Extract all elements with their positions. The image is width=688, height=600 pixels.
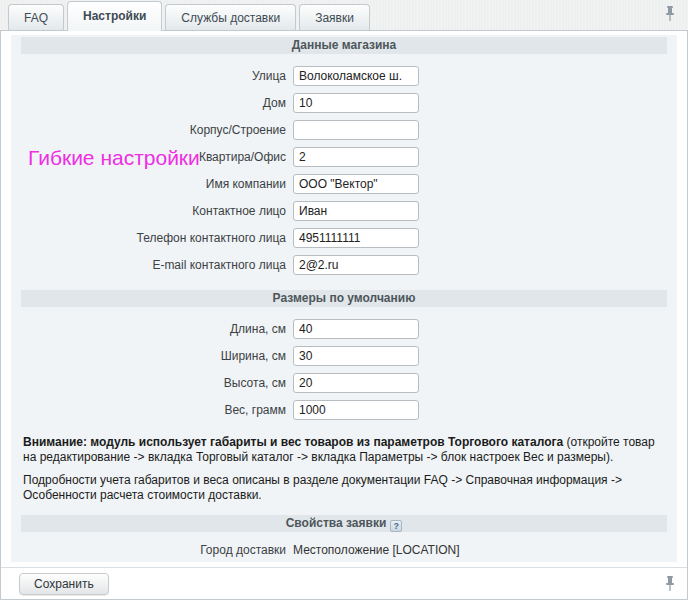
pin-icon[interactable] — [665, 6, 675, 21]
settings-panel: Данные магазина Улица Дом Корпус/Строени… — [0, 30, 688, 600]
form-row: Имя компании — [11, 170, 677, 197]
width-input[interactable] — [293, 346, 419, 366]
tab-label: Службы доставки — [181, 11, 280, 25]
length-input[interactable] — [293, 319, 419, 339]
tab-label: Настройки — [83, 9, 146, 23]
form-row: E-mail контактного лица — [11, 251, 677, 278]
weight-input[interactable] — [293, 400, 419, 420]
field-label: Улица — [11, 69, 293, 83]
field-label: Корпус/Строение — [11, 123, 293, 137]
field-label: Дом — [11, 96, 293, 110]
tab-requests[interactable]: Заявки — [299, 4, 370, 30]
form-row: Вес, грамм — [11, 396, 677, 423]
field-label: Вес, грамм — [11, 403, 293, 417]
notes-block: Внимание: модуль использует габариты и в… — [11, 423, 677, 503]
field-label: Телефон контактного лица — [11, 231, 293, 245]
form-row: Город доставки Местоположение [LOCATION] — [11, 538, 677, 562]
section-header-default-sizes: Размеры по умолчанию — [21, 290, 667, 307]
tab-label: FAQ — [24, 11, 48, 25]
field-label: Ширина, см — [11, 349, 293, 363]
footer-bar: Сохранить — [1, 567, 687, 599]
field-label: Длина, см — [11, 322, 293, 336]
help-icon[interactable]: ? — [390, 520, 402, 532]
field-label: Город доставки — [11, 543, 293, 557]
form-row: Телефон контактного лица — [11, 224, 677, 251]
save-button[interactable]: Сохранить — [19, 573, 109, 595]
tab-settings[interactable]: Настройки — [67, 1, 162, 31]
field-label: Высота, см — [11, 376, 293, 390]
tab-faq[interactable]: FAQ — [8, 4, 64, 30]
form-row: Дом — [11, 89, 677, 116]
warning-note-bold: Внимание: модуль использует габариты и в… — [23, 435, 563, 449]
section-title-text: Свойства заявки — [286, 516, 387, 530]
contact-email-input[interactable] — [293, 255, 419, 275]
section-header-request-properties: Свойства заявки? — [21, 515, 667, 532]
building-input[interactable] — [293, 120, 419, 140]
panel-body: Данные магазина Улица Дом Корпус/Строени… — [1, 31, 687, 567]
street-input[interactable] — [293, 66, 419, 86]
faq-note: Подробности учета габаритов и веса описа… — [23, 473, 665, 503]
house-input[interactable] — [293, 93, 419, 113]
tab-bar: FAQ Настройки Службы доставки Заявки — [0, 0, 688, 30]
form-row: Корпус/Строение — [11, 116, 677, 143]
section-header-store-data: Данные магазина — [21, 37, 667, 54]
company-name-input[interactable] — [293, 174, 419, 194]
height-input[interactable] — [293, 373, 419, 393]
form-row: Длина, см — [11, 315, 677, 342]
pin-icon[interactable] — [665, 576, 675, 591]
form-row: Контактное лицо — [11, 197, 677, 224]
watermark-text: Гибкие настройки — [28, 146, 200, 170]
contact-person-input[interactable] — [293, 201, 419, 221]
field-label: Контактное лицо — [11, 204, 293, 218]
form-row: Улица — [11, 62, 677, 89]
apartment-input[interactable] — [293, 147, 419, 167]
form-row: Высота, см — [11, 369, 677, 396]
field-label: Имя компании — [11, 177, 293, 191]
delivery-city-value: Местоположение [LOCATION] — [293, 543, 460, 557]
warning-note: Внимание: модуль использует габариты и в… — [23, 435, 665, 465]
form-row: Ширина, см — [11, 342, 677, 369]
tab-label: Заявки — [315, 11, 354, 25]
form-area: Данные магазина Улица Дом Корпус/Строени… — [11, 35, 677, 562]
tab-delivery-services[interactable]: Службы доставки — [165, 4, 296, 30]
contact-phone-input[interactable] — [293, 228, 419, 248]
field-label: E-mail контактного лица — [11, 258, 293, 272]
